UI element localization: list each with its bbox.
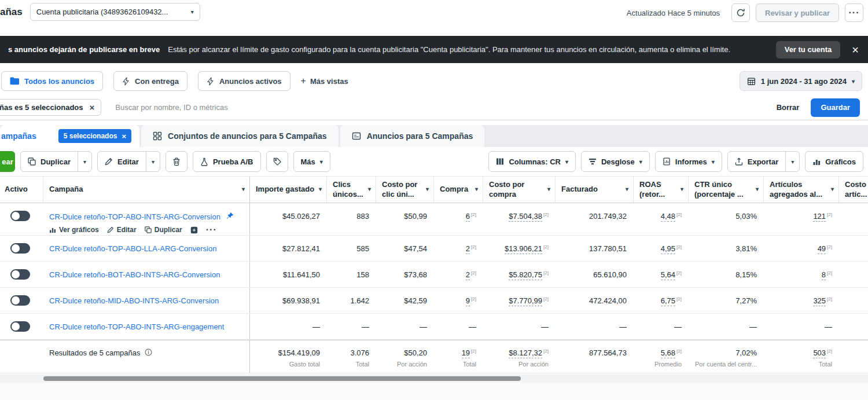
metric-value[interactable]: $7.770,99 bbox=[509, 296, 542, 306]
close-icon[interactable]: × bbox=[90, 103, 95, 112]
table-totals-row: Resultados de 5 campañas $154.419,09Gast… bbox=[0, 340, 868, 373]
cell-compras: 2[2] bbox=[434, 236, 483, 261]
pin-icon[interactable] bbox=[226, 212, 234, 221]
metric-value[interactable]: 49 bbox=[818, 244, 826, 254]
close-icon[interactable]: × bbox=[122, 133, 126, 140]
row-hover-actions: Ver gráficos Editar Duplicar ··· bbox=[49, 225, 245, 234]
refresh-button[interactable] bbox=[731, 3, 750, 22]
reports-button[interactable]: Informes ▾ bbox=[655, 151, 722, 172]
more-actions[interactable]: ··· bbox=[206, 225, 217, 234]
filter-chip-campaigns-selected[interactable]: ñas es 5 seleccionados × bbox=[0, 99, 101, 116]
col-articulos-agregados[interactable]: Artículos agregados al...▾ bbox=[764, 177, 839, 203]
close-icon[interactable]: × bbox=[852, 44, 859, 56]
metric-value[interactable]: 503 bbox=[813, 348, 826, 358]
campaign-link[interactable]: CR-Dulce retoño-TOP-ABO-INTS-ARG-engagem… bbox=[49, 322, 224, 331]
col-clics-unicos[interactable]: Clics únicos...▾ bbox=[327, 177, 376, 203]
columns-button[interactable]: Columnas: CR ▾ bbox=[488, 151, 576, 172]
col-ctr-unico[interactable]: CTR único (porcentaje ...▾ bbox=[689, 177, 764, 203]
ad-account-selector[interactable]: Cuenta publicitaria (34893626109432... ▾ bbox=[30, 3, 200, 21]
more-options-button[interactable]: ··· bbox=[845, 3, 863, 22]
col-facturado[interactable]: Facturado▾ bbox=[556, 177, 634, 203]
cell-roas: 6,75[2] bbox=[634, 288, 689, 313]
metric-value[interactable]: 9 bbox=[466, 296, 470, 306]
metric-value[interactable]: 4,48 bbox=[661, 212, 675, 222]
create-button[interactable]: ear bbox=[0, 151, 15, 172]
view-all-ads[interactable]: Todos los anuncios bbox=[1, 71, 103, 91]
view-active-ads[interactable]: Anuncios activos bbox=[198, 71, 290, 91]
tab-campaigns[interactable]: ampañas 5 seleccionados × bbox=[0, 125, 139, 147]
metric-value[interactable]: 5,68 bbox=[661, 348, 675, 358]
metric-value[interactable]: 121 bbox=[813, 212, 826, 222]
campaign-link[interactable]: CR-Dulce retoño-MID-ABO-INTS-ARG-Convers… bbox=[49, 296, 219, 305]
search-input[interactable] bbox=[107, 103, 770, 112]
export-dropdown[interactable]: ▾ bbox=[785, 152, 799, 171]
campaign-active-toggle[interactable] bbox=[10, 243, 30, 254]
scrollbar-thumb[interactable] bbox=[43, 376, 521, 381]
delete-button[interactable] bbox=[165, 151, 187, 172]
save-filter-button[interactable]: Guardar bbox=[811, 98, 860, 117]
metric-value[interactable]: 325 bbox=[813, 296, 826, 306]
ab-test-button[interactable]: Prueba A/B bbox=[193, 151, 261, 172]
export-button[interactable]: Exportar bbox=[728, 152, 785, 171]
metric-value[interactable]: $7.504,38 bbox=[509, 212, 542, 222]
col-importe-gastado[interactable]: Importe gastado▾ bbox=[250, 177, 327, 203]
shortcut-icon[interactable] bbox=[190, 226, 198, 234]
metric-value[interactable]: 8 bbox=[822, 270, 826, 280]
cell-costo-compra: $7.504,38[2] bbox=[483, 203, 556, 235]
campaign-active-toggle[interactable] bbox=[10, 321, 30, 332]
view-account-button[interactable]: Ver tu cuenta bbox=[776, 41, 841, 58]
tag-button[interactable] bbox=[266, 151, 288, 172]
cell-costo-clic: $47,54 bbox=[376, 236, 434, 261]
clear-filters-button[interactable]: Borrar bbox=[777, 103, 800, 112]
col-costo-articulo[interactable]: Costo artíc... bbox=[839, 177, 868, 203]
tab-ads[interactable]: Anuncios para 5 Campañas bbox=[340, 125, 485, 147]
col-compras[interactable]: Compra▾ bbox=[434, 177, 483, 203]
view-charts-action[interactable]: Ver gráficos bbox=[49, 226, 99, 234]
cell-campana: CR-Dulce retoño-BOT-ABO-INTS-ARG-Convers… bbox=[43, 262, 250, 287]
toolbar-right-group: Columnas: CR ▾ Desglose ▾ Informes ▾ Exp… bbox=[488, 151, 863, 172]
metric-value[interactable]: 6 bbox=[466, 212, 470, 222]
selected-count-chip[interactable]: 5 seleccionados × bbox=[58, 129, 131, 143]
charts-button[interactable]: Gráficos bbox=[805, 151, 863, 172]
breakdown-button[interactable]: Desglose ▾ bbox=[581, 151, 650, 172]
metric-value[interactable]: 2 bbox=[466, 244, 470, 254]
chevron-down-icon: ▾ bbox=[852, 78, 855, 85]
chevron-down-icon: ▾ bbox=[475, 186, 478, 193]
campaign-link[interactable]: CR-Dulce retoño-TOP-ABO-INTS-ARG-Convers… bbox=[49, 212, 220, 221]
edit-action[interactable]: Editar bbox=[107, 226, 137, 234]
col-campana[interactable]: Campaña▾ bbox=[43, 177, 250, 203]
metric-value[interactable]: 6,75 bbox=[661, 296, 675, 306]
last-updated-text: Actualizado Hace 5 minutos bbox=[627, 9, 720, 17]
metric-value[interactable]: 19 bbox=[462, 348, 470, 358]
metric-value[interactable]: 2 bbox=[466, 270, 470, 280]
view-with-delivery[interactable]: Con entrega bbox=[113, 71, 187, 91]
chevron-down-icon: ▾ bbox=[547, 186, 550, 193]
metric-value[interactable]: $5.820,75 bbox=[509, 270, 542, 280]
review-publish-button[interactable]: Revisar y publicar bbox=[756, 3, 839, 22]
col-costo-por-compra[interactable]: Costo por compra▾ bbox=[483, 177, 556, 203]
campaign-active-toggle[interactable] bbox=[10, 269, 30, 280]
metric-value[interactable]: $8.127,32 bbox=[509, 348, 542, 358]
col-roas[interactable]: ROAS (retor...▾ bbox=[634, 177, 689, 203]
campaign-active-toggle[interactable] bbox=[10, 295, 30, 306]
horizontal-scrollbar[interactable] bbox=[0, 375, 868, 383]
col-costo-por-clic[interactable]: Costo por clic úni...▾ bbox=[376, 177, 434, 203]
metric-value[interactable]: 5,64 bbox=[661, 270, 675, 280]
tab-ad-sets[interactable]: Conjuntos de anuncios para 5 Campañas bbox=[141, 125, 339, 147]
duplicate-button[interactable]: Duplicar bbox=[21, 152, 78, 171]
edit-button[interactable]: Editar bbox=[98, 152, 146, 171]
campaign-active-toggle[interactable] bbox=[10, 211, 30, 221]
edit-dropdown[interactable]: ▾ bbox=[146, 152, 160, 171]
chevron-down-icon: ▾ bbox=[368, 186, 371, 193]
date-range-selector[interactable]: 1 jun 2024 - 31 ago 2024 ▾ bbox=[740, 71, 862, 91]
col-activo[interactable]: Activo bbox=[0, 177, 43, 203]
metric-value[interactable]: 4,95 bbox=[661, 244, 675, 254]
more-views-button[interactable]: + Más vistas bbox=[301, 76, 348, 86]
duplicate-dropdown[interactable]: ▾ bbox=[78, 152, 91, 171]
campaign-link[interactable]: CR-Dulce retoño-TOP-ABO-LLA-ARG-Conversi… bbox=[49, 244, 216, 253]
duplicate-action[interactable]: Duplicar bbox=[145, 226, 182, 234]
info-icon[interactable] bbox=[145, 348, 152, 358]
metric-value[interactable]: $13.906,21 bbox=[505, 244, 542, 254]
more-button[interactable]: Más ▾ bbox=[293, 151, 330, 172]
campaign-link[interactable]: CR-Dulce retoño-BOT-ABO-INTS-ARG-Convers… bbox=[49, 270, 220, 279]
